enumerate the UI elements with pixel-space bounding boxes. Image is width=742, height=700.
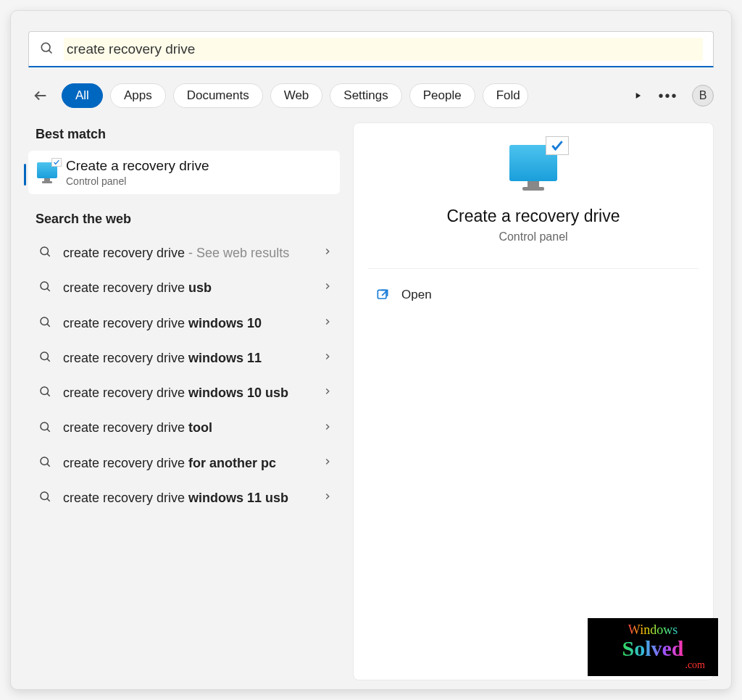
svg-point-3 <box>41 247 49 255</box>
chevron-right-icon <box>322 457 333 470</box>
web-result-text: create recovery drive windows 10 usb <box>63 384 311 401</box>
results-column: Best match Create a recovery drive Contr… <box>28 122 340 680</box>
search-icon <box>38 420 51 436</box>
best-match-result[interactable]: Create a recovery drive Control panel <box>28 151 340 194</box>
filter-chip-all[interactable]: All <box>62 83 103 108</box>
open-label: Open <box>401 288 432 302</box>
svg-line-8 <box>47 324 50 327</box>
user-avatar[interactable]: B <box>692 85 714 107</box>
web-results-list: create recovery drive - See web resultsc… <box>28 236 340 515</box>
search-web-heading: Search the web <box>36 212 340 227</box>
svg-point-9 <box>41 352 49 360</box>
web-result[interactable]: create recovery drive windows 11 usb <box>28 480 340 515</box>
best-match-title: Create a recovery drive <box>66 158 209 174</box>
filter-chip-settings[interactable]: Settings <box>330 83 401 108</box>
web-result-text: create recovery drive - See web results <box>63 244 311 262</box>
best-match-heading: Best match <box>36 127 340 142</box>
divider <box>368 268 699 269</box>
web-result[interactable]: create recovery drive usb <box>28 270 340 305</box>
web-result-text: create recovery drive usb <box>63 279 311 296</box>
chevron-right-icon <box>322 246 333 259</box>
svg-point-13 <box>41 422 49 430</box>
svg-line-6 <box>47 288 50 291</box>
detail-title: Create a recovery drive <box>368 207 699 226</box>
svg-line-18 <box>47 499 50 501</box>
filter-chip-people[interactable]: People <box>409 83 475 108</box>
search-icon <box>38 350 51 366</box>
open-action[interactable]: Open <box>368 282 699 308</box>
search-input[interactable] <box>64 38 703 61</box>
search-icon <box>38 245 51 261</box>
more-button[interactable]: ••• <box>657 88 679 104</box>
filter-chip-documents[interactable]: Documents <box>173 83 263 108</box>
svg-point-11 <box>41 387 49 395</box>
web-result[interactable]: create recovery drive windows 10 usb <box>28 375 340 410</box>
svg-line-12 <box>47 393 50 396</box>
web-result[interactable]: create recovery drive windows 10 <box>28 306 340 341</box>
search-icon <box>38 490 51 506</box>
filter-tabs-row: AllAppsDocumentsWebSettingsPeopleFold ••… <box>28 83 714 108</box>
searchbar <box>28 31 714 67</box>
svg-line-1 <box>49 50 51 53</box>
web-result[interactable]: create recovery drive tool <box>28 410 340 445</box>
svg-line-16 <box>47 464 50 467</box>
filter-chips: AllAppsDocumentsWebSettingsPeopleFold <box>62 83 618 108</box>
back-button[interactable] <box>28 83 53 108</box>
filter-chip-web[interactable]: Web <box>270 83 323 108</box>
detail-icon <box>368 145 699 191</box>
scroll-right-button[interactable] <box>627 85 649 107</box>
chevron-right-icon <box>322 386 333 399</box>
svg-point-0 <box>41 43 50 51</box>
svg-point-7 <box>41 317 49 325</box>
web-result-text: create recovery drive windows 11 usb <box>63 489 311 507</box>
web-result[interactable]: create recovery drive windows 11 <box>28 341 340 375</box>
web-result-text: create recovery drive for another pc <box>63 454 311 472</box>
recovery-drive-icon <box>37 162 57 183</box>
detail-panel: Create a recovery drive Control panel Op… <box>353 122 714 680</box>
search-window: AllAppsDocumentsWebSettingsPeopleFold ••… <box>10 10 732 690</box>
search-icon <box>38 455 51 471</box>
web-result-text: create recovery drive windows 11 <box>63 349 311 367</box>
search-icon <box>38 385 51 401</box>
chevron-right-icon <box>322 422 333 435</box>
search-icon <box>39 41 54 58</box>
watermark-badge: Windows Solved .com <box>588 618 718 676</box>
chevron-right-icon <box>322 491 333 504</box>
best-match-subtitle: Control panel <box>66 175 209 187</box>
chevron-right-icon <box>322 317 333 330</box>
detail-subtitle: Control panel <box>368 230 699 243</box>
web-result-text: create recovery drive tool <box>63 419 311 436</box>
svg-point-17 <box>41 492 49 500</box>
filter-chip-fold[interactable]: Fold <box>483 83 528 108</box>
web-result[interactable]: create recovery drive for another pc <box>28 446 340 480</box>
search-icon <box>38 315 51 331</box>
filter-chip-apps[interactable]: Apps <box>110 83 166 108</box>
svg-line-4 <box>47 254 50 257</box>
svg-rect-19 <box>378 290 386 299</box>
svg-line-10 <box>47 359 50 362</box>
chevron-right-icon <box>322 281 333 294</box>
svg-point-5 <box>41 282 49 290</box>
svg-line-14 <box>47 429 50 432</box>
search-icon <box>38 280 51 296</box>
web-result[interactable]: create recovery drive - See web results <box>28 236 340 270</box>
chevron-right-icon <box>322 351 333 364</box>
svg-point-15 <box>41 457 49 465</box>
web-result-text: create recovery drive windows 10 <box>63 314 311 332</box>
